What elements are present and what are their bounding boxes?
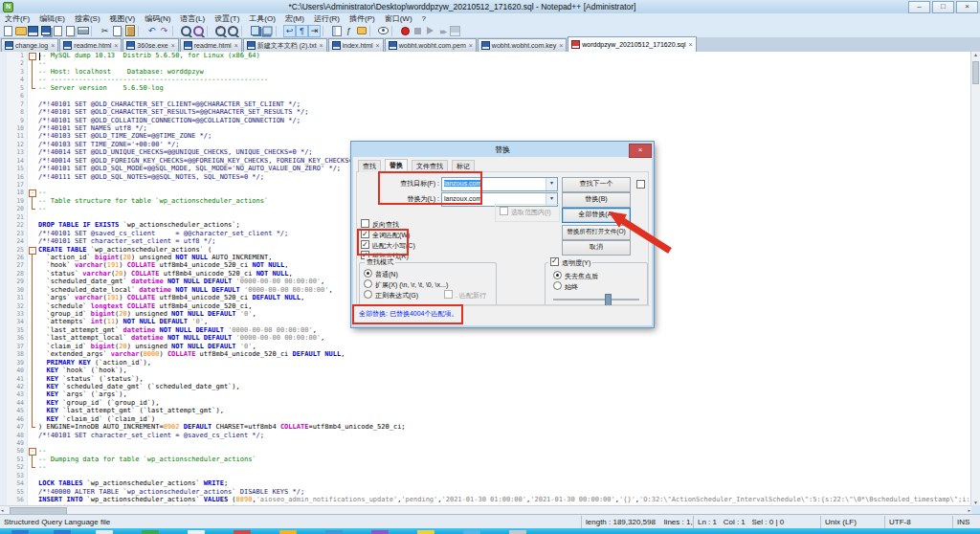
dialog-close-button[interactable]: × <box>629 144 652 158</box>
sync-horizontal-scroll-icon[interactable] <box>261 25 274 37</box>
radio[interactable] <box>364 290 372 299</box>
radio[interactable] <box>364 269 372 278</box>
code-line[interactable]: /*!40101 SET NAMES utf8 */; <box>38 124 971 132</box>
code-line[interactable]: `last_attempt_gmt` datetime NOT NULL DEF… <box>38 326 971 334</box>
tab-close-icon[interactable]: × <box>376 42 380 49</box>
taskbar-app-icon[interactable] <box>188 530 205 534</box>
save-all-icon[interactable] <box>39 25 52 37</box>
restore-button[interactable]: □ <box>932 1 954 13</box>
dialog-tab-1[interactable]: 替换 <box>385 159 408 172</box>
paste-icon[interactable] <box>123 25 136 37</box>
menu-item-11[interactable]: 窗口(W) <box>380 13 417 24</box>
code-line[interactable]: /*!40101 SET @OLD_CHARACTER_SET_CLIENT=@… <box>38 100 971 108</box>
code-line[interactable] <box>38 92 971 100</box>
code-line[interactable]: -- Dumping data for table `wp_actionsche… <box>38 456 971 463</box>
code-line[interactable]: /*!40103 SET @OLD_TIME_ZONE=@@TIME_ZONE … <box>38 132 971 140</box>
code-line[interactable] <box>38 439 971 447</box>
open-file-icon[interactable] <box>14 25 27 37</box>
code-line[interactable]: -- <box>38 447 971 455</box>
code-line[interactable]: /*!40000 ALTER TABLE `wp_actionscheduler… <box>38 488 971 496</box>
macro-run-multiple-icon[interactable]: ▶▶ <box>436 25 449 37</box>
new-file-icon[interactable] <box>2 25 14 37</box>
mode-radio-1[interactable]: 扩展(X) (\n, \r, \t, \0, \x...) <box>364 279 448 290</box>
code-line[interactable]: -- MySQL dump 10.13 Distrib 5.6.50, for … <box>38 52 971 59</box>
tab-8[interactable]: worddpzyw_20210512_171620.sql× <box>568 36 696 52</box>
windows-taskbar[interactable] <box>0 528 980 534</box>
radio[interactable] <box>553 281 562 290</box>
taskbar-app-icon[interactable] <box>509 530 526 534</box>
code-line[interactable]: KEY `hook` (`hook`), <box>38 367 971 374</box>
code-line[interactable]: LOCK TABLES `wp_actionscheduler_actions`… <box>38 479 971 487</box>
fold-marker[interactable]: - <box>28 189 36 196</box>
code-line[interactable]: KEY `claim_id` (`claim_id`) <box>38 415 971 423</box>
macro-play-icon[interactable] <box>424 25 436 37</box>
redo-icon[interactable]: ↷ <box>158 25 170 37</box>
print-icon[interactable] <box>77 25 89 37</box>
tab-1[interactable]: readme.html× <box>59 38 122 52</box>
close-button[interactable]: × <box>956 1 978 13</box>
in-selection-checkbox[interactable] <box>500 207 508 215</box>
fold-marker[interactable]: - <box>28 52 36 59</box>
code-line[interactable]: KEY `status` (`status`), <box>38 375 971 383</box>
code-line[interactable]: KEY `group_id` (`group_id`), <box>38 399 971 407</box>
tab-4[interactable]: 新建文本文档 (2).txt× <box>243 38 327 52</box>
transparency-checkbox[interactable] <box>550 257 559 266</box>
find-next-button[interactable]: 查找下一个 <box>562 177 631 192</box>
mode-radio-2[interactable]: 正则表达式(G) <box>364 290 448 300</box>
code-line[interactable]: /*!40101 SET @OLD_CHARACTER_SET_RESULTS=… <box>38 108 971 116</box>
code-line[interactable]: KEY `args` (`args`), <box>38 390 971 398</box>
code-line[interactable]: -- <box>38 463 971 471</box>
radio[interactable] <box>553 271 562 279</box>
zoom-out-icon[interactable] <box>227 25 239 37</box>
menu-item-0[interactable]: 文件(F) <box>0 13 34 24</box>
save-icon[interactable] <box>27 25 39 37</box>
tab-close-icon[interactable]: × <box>51 42 55 49</box>
mode-radio-0[interactable]: 普通(N) <box>364 269 448 279</box>
taskbar-app-icon[interactable] <box>234 530 251 534</box>
menu-item-1[interactable]: 编辑(E) <box>34 13 70 24</box>
find-icon[interactable] <box>180 25 192 37</box>
tab-3[interactable]: readme.html× <box>180 38 242 52</box>
vertical-scrollbar[interactable]: ▲▼ <box>970 52 980 505</box>
folder-workspace-icon[interactable] <box>355 25 368 37</box>
code-line[interactable]: `last_attempt_local` datetime NOT NULL D… <box>38 334 971 342</box>
indent-guide-icon[interactable]: ⇥ <box>308 25 321 37</box>
tab-close-icon[interactable]: × <box>559 42 563 49</box>
transparency-option[interactable]: 透明度(Y) <box>548 257 592 268</box>
code-line[interactable]: /*!40101 SET character_set_client = @sav… <box>38 432 971 439</box>
cut-icon[interactable]: ✂ <box>99 25 111 37</box>
radio[interactable] <box>364 279 372 288</box>
sync-vertical-scroll-icon[interactable] <box>249 25 261 37</box>
menu-item-10[interactable]: 插件(P) <box>345 13 380 24</box>
extra-checkbox[interactable] <box>636 180 645 189</box>
minimize-button[interactable]: – <box>908 1 930 13</box>
fold-marker[interactable]: - <box>28 447 36 455</box>
taskbar-app-icon[interactable] <box>417 530 434 534</box>
insert-mode-label[interactable]: INS <box>953 516 980 528</box>
chevron-down-icon[interactable]: ▾ <box>546 178 557 190</box>
undo-icon[interactable]: ↶ <box>145 25 158 37</box>
code-line[interactable]: `extended_args` varchar(8000) COLLATE ut… <box>38 350 971 358</box>
encoding-label[interactable]: UTF-8 <box>885 516 953 528</box>
tab-7[interactable]: wobht.wobht.com.key× <box>478 38 567 52</box>
taskbar-app-icon[interactable] <box>371 530 389 534</box>
tab-close-icon[interactable]: × <box>114 42 118 49</box>
taskbar-app-icon[interactable] <box>142 530 159 534</box>
menu-item-12[interactable]: ? <box>417 14 431 23</box>
menu-item-5[interactable]: 语言(L) <box>175 13 210 24</box>
show-all-chars-icon[interactable]: ¶ <box>296 25 308 37</box>
taskbar-app-icon[interactable] <box>325 530 343 534</box>
replace-button[interactable]: 替换(B) <box>562 192 631 208</box>
bookmark-margin[interactable] <box>0 52 7 505</box>
code-line[interactable]: ) ENGINE=InnoDB AUTO_INCREMENT=8902 DEFA… <box>38 423 971 431</box>
taskbar-app-icon[interactable] <box>11 530 29 534</box>
code-line[interactable]: INSERT INTO `wp_actionscheduler_actions`… <box>38 496 971 503</box>
macro-save-icon[interactable] <box>449 25 461 37</box>
close-doc-icon[interactable] <box>52 25 64 37</box>
taskbar-app-icon[interactable] <box>54 530 71 534</box>
tab-close-icon[interactable]: × <box>469 42 473 49</box>
fold-marker[interactable]: - <box>28 246 36 254</box>
close-all-docs-icon[interactable] <box>64 25 77 37</box>
tab-6[interactable]: wobht.wobht.com.pem× <box>385 38 477 52</box>
code-line[interactable]: KEY `last_attempt_gmt` (`last_attempt_gm… <box>38 407 971 414</box>
